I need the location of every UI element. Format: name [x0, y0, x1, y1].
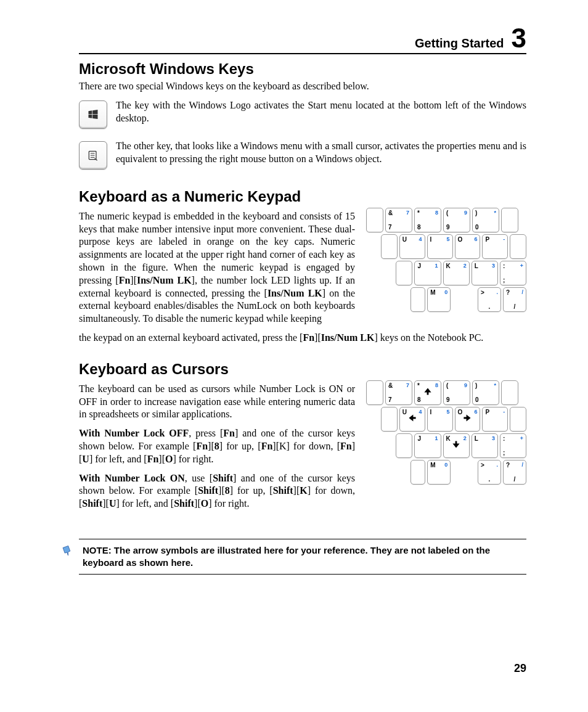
windows-logo-key-row: The key with the Windows Logo activates …: [79, 99, 526, 129]
blank-key: [396, 261, 412, 285]
key: )*0: [472, 208, 499, 232]
blank-key: [510, 407, 526, 432]
key: >..: [478, 460, 501, 485]
key: &77: [385, 208, 412, 232]
key: J1: [414, 433, 441, 458]
numeric-keypad-paragraph: The numeric keypad is embedded in the ke…: [79, 210, 355, 325]
blank-key: [381, 234, 398, 259]
key: U4: [399, 234, 425, 259]
arrow-icon: [408, 414, 417, 425]
heading-cursors: Keyboard as Cursors: [79, 361, 526, 378]
key: O6: [455, 407, 481, 432]
key: ?//: [503, 287, 526, 312]
windows-logo-key-icon: [79, 100, 107, 129]
blank-key: [501, 208, 518, 232]
key: I5: [427, 234, 453, 259]
blank-key: [366, 380, 383, 405]
blank-key: [410, 460, 425, 485]
keypad-figure-2: &77*88(99)*0U4I5O6P-J1K2L3:+;M0>..?//: [366, 380, 526, 486]
key: L3: [472, 433, 498, 458]
chapter-number: 3: [512, 25, 526, 52]
arrow-icon: [463, 414, 472, 425]
key: :+;: [500, 433, 526, 458]
note-pin-icon: [62, 544, 76, 570]
blank-key: [410, 287, 425, 312]
key: P-: [482, 407, 508, 432]
intro-text: There are two special Windows keys on th…: [79, 80, 526, 93]
numeric-keypad-continuation: the keypad on an external keyboard activ…: [79, 332, 526, 345]
key: (99: [443, 380, 470, 405]
key: (99: [443, 208, 470, 232]
blank-key: [396, 433, 412, 458]
cursors-numlock-off: With Number Lock OFF, press [Fn] and one…: [79, 427, 355, 465]
key: J1: [414, 261, 441, 285]
key: P-: [482, 234, 508, 259]
blank-key: [381, 407, 398, 432]
cursors-intro: The keyboard can be used as cursors whil…: [79, 383, 355, 421]
key: )*0: [472, 380, 499, 405]
blank-key: [501, 380, 518, 405]
note-block: NOTE: The arrow symbols are illustrated …: [79, 539, 526, 575]
page-number: 29: [514, 662, 526, 675]
cursors-numlock-on: With Number Lock ON, use [Shift] and one…: [79, 472, 355, 510]
chapter-title: Getting Started: [415, 36, 504, 51]
key: M0: [427, 287, 451, 312]
key: M0: [427, 460, 451, 485]
key: U4: [399, 407, 425, 432]
windows-logo-key-desc: The key with the Windows Logo activates …: [116, 99, 526, 125]
key: >..: [478, 287, 501, 312]
heading-windows-keys: Microsoft Windows Keys: [79, 60, 526, 78]
arrow-icon: [452, 440, 460, 451]
menu-key-row: The other key, that looks like a Windows…: [79, 140, 526, 170]
key: K2: [443, 261, 470, 285]
key: L3: [472, 261, 498, 285]
key: &77: [385, 380, 412, 405]
key: *88: [414, 380, 441, 405]
page-header: Getting Started 3: [79, 25, 526, 54]
note-text: NOTE: The arrow symbols are illustrated …: [83, 544, 526, 570]
key: ?//: [503, 460, 526, 485]
key: O6: [455, 234, 481, 259]
menu-key-desc: The other key, that looks like a Windows…: [116, 140, 526, 166]
key: :+;: [500, 261, 526, 285]
arrow-icon: [423, 387, 432, 398]
keypad-figure-1: &77*88(99)*0U4I5O6P-J1K2L3:+;M0>..?//: [366, 208, 526, 314]
key: *88: [414, 208, 441, 232]
key: K2: [443, 433, 470, 458]
menu-key-icon: [79, 141, 107, 170]
blank-key: [510, 234, 526, 259]
blank-key: [366, 208, 383, 232]
heading-numeric-keypad: Keyboard as a Numeric Keypad: [79, 188, 526, 205]
key: I5: [427, 407, 453, 432]
